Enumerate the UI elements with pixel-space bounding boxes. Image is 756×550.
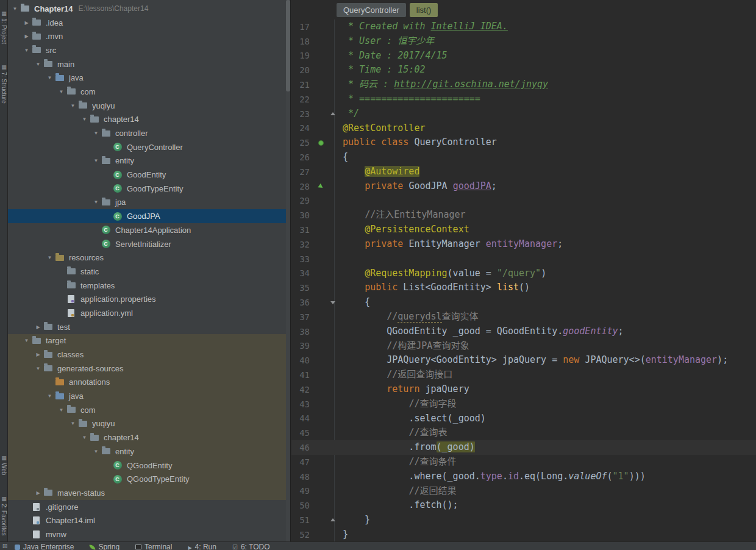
- line-number[interactable]: 32: [291, 240, 313, 249]
- code-line[interactable]: 21 * 码云 : http://git.oschina.net/jnyqy: [291, 77, 756, 92]
- tree-item[interactable]: ▶.idea: [8, 16, 290, 30]
- code-line[interactable]: 26{: [291, 150, 756, 165]
- line-number[interactable]: 18: [291, 37, 313, 46]
- line-number[interactable]: 50: [291, 501, 313, 510]
- line-number[interactable]: 34: [291, 268, 313, 278]
- code-line[interactable]: 41 //返回查询接口: [291, 368, 756, 382]
- line-number[interactable]: 48: [291, 472, 313, 482]
- tree-item[interactable]: CGoodEntity: [8, 168, 290, 182]
- code-area[interactable]: 17 * Created with IntelliJ IDEA.18 * Use…: [291, 20, 756, 541]
- line-number[interactable]: 26: [291, 152, 313, 162]
- tree-item[interactable]: templates: [8, 279, 290, 293]
- tree-item[interactable]: Chapter14.iml: [8, 513, 290, 527]
- collapse-arrow-icon[interactable]: ▼: [45, 255, 54, 260]
- code-line[interactable]: 29: [291, 194, 756, 209]
- tree-item[interactable]: application.properties: [8, 292, 290, 306]
- tree-item[interactable]: CGoodTypeEntity: [8, 182, 290, 196]
- statusbar-item-terminal[interactable]: Terminal: [135, 542, 172, 550]
- toolwindow-button[interactable]: ▦7: Structure: [1, 65, 7, 104]
- project-scrollbar[interactable]: [286, 0, 290, 541]
- line-number[interactable]: 20: [291, 65, 313, 75]
- expand-arrow-icon[interactable]: ▶: [34, 324, 43, 330]
- tree-item[interactable]: CGoodJPA: [8, 209, 290, 223]
- tree-item[interactable]: ▼entity: [8, 154, 290, 168]
- line-number[interactable]: 43: [291, 399, 313, 409]
- code-line[interactable]: 20 * Time : 15:02: [291, 63, 756, 77]
- line-number[interactable]: 46: [291, 443, 313, 452]
- tree-item[interactable]: ▼com: [8, 403, 290, 417]
- code-line[interactable]: 43 //查询字段: [291, 397, 756, 412]
- collapse-arrow-icon[interactable]: ▼: [45, 75, 54, 80]
- code-line[interactable]: 24@RestController: [291, 121, 756, 136]
- tree-item[interactable]: CChapter14Application: [8, 223, 290, 237]
- collapse-arrow-icon[interactable]: ▼: [57, 407, 66, 413]
- expand-arrow-icon[interactable]: ▶: [22, 34, 31, 39]
- line-number[interactable]: 38: [291, 327, 313, 337]
- line-number[interactable]: 17: [291, 22, 313, 32]
- line-number[interactable]: 39: [291, 341, 313, 351]
- tree-item[interactable]: application.yml: [8, 306, 290, 320]
- collapse-arrow-icon[interactable]: ▼: [22, 338, 31, 343]
- tree-item[interactable]: ▶test: [8, 320, 290, 334]
- collapse-arrow-icon[interactable]: ▼: [91, 130, 101, 136]
- autowired-nav-icon[interactable]: [318, 183, 324, 190]
- tree-item[interactable]: .gitignore: [8, 500, 290, 514]
- code-line[interactable]: 51 }: [291, 513, 756, 527]
- line-number[interactable]: 31: [291, 225, 313, 235]
- line-number[interactable]: 52: [291, 530, 313, 540]
- line-number[interactable]: 40: [291, 355, 313, 365]
- tree-item[interactable]: CQGoodTypeEntity: [8, 472, 290, 486]
- code-line[interactable]: 33: [291, 252, 756, 266]
- tree-item[interactable]: ▼com: [8, 85, 290, 99]
- grid-icon[interactable]: ⊞: [0, 542, 10, 550]
- spring-bean-icon[interactable]: [318, 140, 324, 146]
- collapse-arrow-icon[interactable]: ▼: [91, 449, 101, 454]
- tree-item[interactable]: CQueryController: [8, 140, 290, 154]
- toolwindow-button[interactable]: ▦2: Favorites: [1, 496, 7, 535]
- collapse-arrow-icon[interactable]: ▼: [68, 421, 77, 426]
- line-number[interactable]: 49: [291, 486, 313, 496]
- tree-item[interactable]: ▼src: [8, 43, 290, 57]
- code-line[interactable]: 34 @RequestMapping(value = "/query"): [291, 266, 756, 281]
- line-number[interactable]: 19: [291, 51, 313, 60]
- statusbar-item-java-enterprise[interactable]: Java Enterprise: [15, 542, 74, 550]
- line-number[interactable]: 24: [291, 123, 313, 133]
- code-line[interactable]: 22 * ======================: [291, 92, 756, 107]
- editor-tab-querycontroller[interactable]: QueryController: [337, 3, 406, 17]
- scrollbar-thumb[interactable]: [286, 0, 290, 91]
- code-line[interactable]: 32 private EntityManager entityManager;: [291, 237, 756, 252]
- line-number[interactable]: 25: [291, 138, 313, 148]
- tree-item[interactable]: ▼main: [8, 57, 290, 71]
- code-line[interactable]: 35 public List<GoodEntity> list(): [291, 280, 756, 295]
- code-line[interactable]: 45 //查询表: [291, 426, 756, 440]
- line-number[interactable]: 22: [291, 95, 313, 104]
- tree-item[interactable]: ▶classes: [8, 348, 290, 362]
- line-number[interactable]: 41: [291, 370, 313, 380]
- code-line[interactable]: 48 .where(_good.type.id.eq(Long.valueOf(…: [291, 470, 756, 484]
- code-line[interactable]: 19 * Date : 2017/4/15: [291, 49, 756, 63]
- code-line[interactable]: 27 @Autowired: [291, 165, 756, 179]
- line-number[interactable]: 51: [291, 515, 313, 525]
- collapse-arrow-icon[interactable]: ▼: [68, 103, 77, 109]
- tree-item[interactable]: mvnw: [8, 527, 290, 541]
- code-line[interactable]: 17 * Created with IntelliJ IDEA.: [291, 20, 756, 34]
- statusbar-item-6-todo[interactable]: 6: TODO: [232, 542, 270, 550]
- code-line[interactable]: 52}: [291, 527, 756, 541]
- tree-item[interactable]: ▼entity: [8, 445, 290, 459]
- code-line[interactable]: 36 {: [291, 295, 756, 310]
- tree-item[interactable]: CQGoodEntity: [8, 459, 290, 473]
- code-line[interactable]: 42 return jpaQuery: [291, 382, 756, 397]
- tree-item[interactable]: ▼chapter14: [8, 430, 290, 445]
- code-line[interactable]: 46 .from(_good): [291, 440, 756, 455]
- line-number[interactable]: 36: [291, 298, 313, 307]
- collapse-arrow-icon[interactable]: ▼: [80, 435, 89, 440]
- line-number[interactable]: 37: [291, 312, 313, 322]
- code-line[interactable]: 28 private GoodJPA goodJPA;: [291, 179, 756, 194]
- tree-item[interactable]: ▼generated-sources: [8, 362, 290, 376]
- tree-item[interactable]: ▼jpa: [8, 196, 290, 210]
- fold-marker-icon[interactable]: [330, 112, 335, 115]
- collapse-arrow-icon[interactable]: ▼: [34, 62, 43, 67]
- tree-item[interactable]: ▼yuqiyu: [8, 417, 290, 431]
- collapse-arrow-icon[interactable]: ▼: [45, 393, 54, 399]
- statusbar-item-spring[interactable]: Spring: [90, 542, 119, 550]
